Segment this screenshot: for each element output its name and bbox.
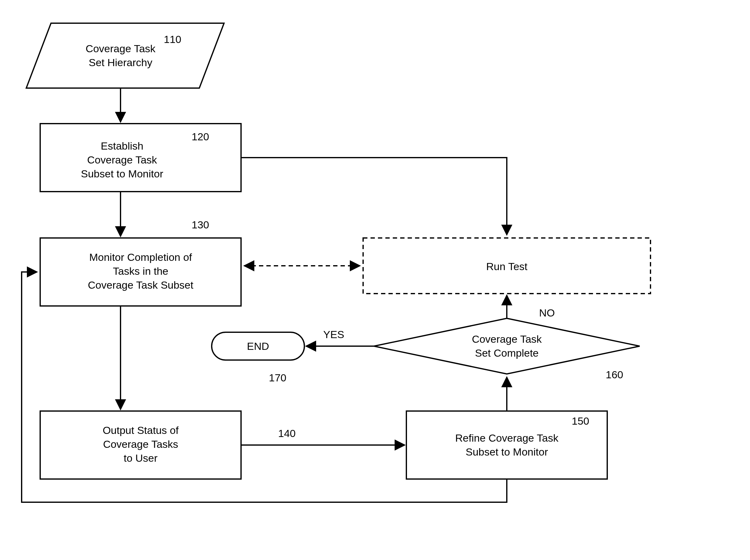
n140-ref: 140	[278, 427, 296, 439]
n110-line2: Set Hierarchy	[89, 57, 153, 68]
n130-ref: 130	[191, 219, 209, 231]
n160-line1: Coverage Task	[472, 333, 542, 345]
n160-line2: Set Complete	[475, 347, 539, 359]
n170-line1: END	[247, 340, 269, 352]
node-170-terminator: END	[212, 332, 304, 360]
node-150-process: Refine Coverage Task Subset to Monitor 1…	[406, 411, 607, 479]
n110-ref: 110	[164, 33, 181, 45]
edge-label-yes: YES	[323, 328, 344, 340]
n130-line1: Monitor Completion of	[89, 251, 192, 263]
svg-marker-0	[26, 23, 224, 88]
n150-line2: Subset to Monitor	[466, 446, 548, 458]
runtest-line1: Run Test	[486, 261, 527, 272]
n120-line1: Establish	[101, 140, 143, 152]
n170-ref: 170	[269, 372, 286, 383]
node-110-input: Coverage Task Set Hierarchy 110	[26, 23, 224, 88]
node-160-decision: Coverage Task Set Complete	[374, 318, 640, 374]
n140-line3: to User	[124, 452, 158, 464]
edge-120-runtest	[241, 158, 507, 235]
n120-line2: Coverage Task	[87, 154, 157, 166]
n110-line1: Coverage Task	[86, 43, 156, 54]
n120-line3: Subset to Monitor	[81, 168, 163, 180]
node-130-process: Monitor Completion of Tasks in the Cover…	[40, 238, 241, 306]
n140-line2: Coverage Tasks	[103, 438, 178, 450]
n150-line1: Refine Coverage Task	[455, 432, 559, 444]
n160-ref: 160	[606, 369, 623, 380]
n120-ref: 120	[191, 131, 209, 142]
edge-label-no: NO	[539, 307, 555, 319]
node-140-process: Output Status of Coverage Tasks to User	[40, 411, 241, 479]
node-runtest-process: Run Test	[363, 238, 650, 294]
n150-ref: 150	[572, 415, 589, 427]
svg-marker-5	[374, 318, 640, 374]
n130-line3: Coverage Task Subset	[88, 279, 194, 291]
n130-line2: Tasks in the	[113, 265, 168, 277]
node-120-process: Establish Coverage Task Subset to Monito…	[40, 124, 241, 192]
n140-line1: Output Status of	[103, 424, 179, 436]
